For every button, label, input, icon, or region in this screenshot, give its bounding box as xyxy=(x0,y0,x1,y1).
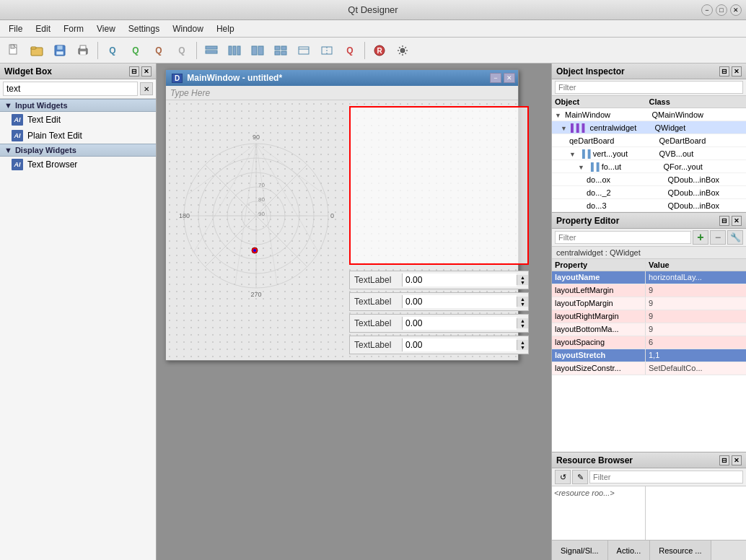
toolbar-qt5[interactable]: Q xyxy=(339,40,361,61)
toolbar-break[interactable] xyxy=(316,40,338,61)
resource-edit-btn[interactable]: ✎ xyxy=(572,470,588,484)
tree-obj-doublebox1: do...ox xyxy=(552,175,665,185)
prop-editor-float-btn[interactable]: ⊟ xyxy=(719,216,729,226)
prop-value-topmargin: 9 xyxy=(646,297,746,310)
toolbar-layout2[interactable] xyxy=(224,40,245,61)
prop-row-topmargin[interactable]: layoutTopMargin 9 xyxy=(552,297,746,310)
tree-row-qedartboard[interactable]: qeDartBoard QeDartBoard xyxy=(552,134,746,147)
widget-item-plain-text-edit[interactable]: AI Plain Text Edit xyxy=(0,128,156,144)
spin-up-2[interactable]: ▲ xyxy=(517,318,528,323)
form-menu-bar[interactable]: Type Here xyxy=(166,86,518,100)
tree-row-forlayout[interactable]: ▼ ▐▐ fo...ut QFor...yout xyxy=(552,160,746,173)
toolbar-settings[interactable] xyxy=(392,40,413,61)
close-button[interactable]: ✕ xyxy=(730,4,742,16)
prop-add-btn[interactable]: + xyxy=(693,230,708,245)
menu-view[interactable]: View xyxy=(91,22,121,35)
prop-row-layoutname[interactable]: layoutName horizontalLay... xyxy=(552,271,746,284)
form-min-btn[interactable]: − xyxy=(490,73,501,83)
toolbar-print[interactable] xyxy=(72,40,94,61)
tree-row-centralwidget[interactable]: ▼ ▌▌▌ centralwidget QWidget xyxy=(552,121,746,134)
resource-browser-float-btn[interactable]: ⊟ xyxy=(719,455,729,465)
inspector-filter-input[interactable] xyxy=(555,81,743,94)
toolbar-qt2[interactable]: Q xyxy=(125,40,146,61)
prop-value-spacing: 6 xyxy=(646,336,746,349)
widget-item-text-browser[interactable]: AI Text Browser xyxy=(0,157,156,172)
inspector-close-btn[interactable]: ✕ xyxy=(732,66,742,76)
prop-row-sizeconstr[interactable]: layoutSizeConstr... SetDefaultCo... xyxy=(552,362,746,375)
menu-help[interactable]: Help xyxy=(211,22,240,35)
toolbar-qt3[interactable]: Q xyxy=(148,40,170,61)
prop-wrench-btn[interactable]: 🔧 xyxy=(727,230,743,245)
widget-box-float[interactable]: ⊟ xyxy=(129,66,139,76)
widget-search-input[interactable] xyxy=(3,82,138,96)
prop-row-spacing[interactable]: layoutSpacing 6 xyxy=(552,336,746,349)
prop-remove-btn[interactable]: − xyxy=(710,230,726,245)
category-display-widgets[interactable]: ▼ Display Widgets xyxy=(0,144,156,157)
resource-filter-input[interactable] xyxy=(589,471,743,484)
spin-input-3[interactable] xyxy=(402,338,517,351)
tree-row-doublebox2[interactable]: do..._2 QDoub...inBox xyxy=(552,186,746,199)
prop-row-bottommargin[interactable]: layoutBottomMa... 9 xyxy=(552,323,746,336)
selection-box[interactable] xyxy=(349,106,529,265)
tree-row-vertlayout[interactable]: ▼ ▐▐ vert...yout QVB...out xyxy=(552,147,746,160)
spin-down-0[interactable]: ▼ xyxy=(517,280,528,285)
spin-input-0[interactable] xyxy=(402,274,517,286)
prop-editor-close-btn[interactable]: ✕ xyxy=(732,216,742,226)
menu-file[interactable]: File xyxy=(3,22,28,35)
prop-name-layoutname: layoutName xyxy=(552,271,646,284)
canvas-area[interactable]: D MainWindow - untitled* − ✕ Type Here xyxy=(157,64,551,560)
prop-row-leftmargin[interactable]: layoutLeftMargin 9 xyxy=(552,284,746,297)
toolbar-resources[interactable]: R xyxy=(369,40,390,61)
tree-row-mainwindow[interactable]: ▼ MainWindow QMainWindow xyxy=(552,108,746,121)
tree-row-doublebox1[interactable]: do...ox QDoub...inBox xyxy=(552,173,746,186)
minimize-button[interactable]: − xyxy=(701,4,713,16)
toolbar-layout3[interactable] xyxy=(247,40,268,61)
inspector-float-btn[interactable]: ⊟ xyxy=(719,66,729,76)
spin-input-2[interactable] xyxy=(402,317,517,330)
spin-down-2[interactable]: ▼ xyxy=(517,323,528,328)
resource-tree-item[interactable]: <resource roo...> xyxy=(554,489,615,497)
maximize-button[interactable]: □ xyxy=(716,4,727,16)
tree-obj-forlayout-label: fo...ut xyxy=(602,162,622,171)
resource-browser-title: Resource Browser xyxy=(556,455,633,465)
object-inspector-section: Object Inspector ⊟ ✕ Object Class ▼ xyxy=(552,64,746,213)
tree-row-doublebox3[interactable]: do...3 QDoub...inBox xyxy=(552,199,746,212)
toolbar-sep-2 xyxy=(196,42,197,59)
tree-icon-centralwidget: ▌▌▌ xyxy=(571,123,587,132)
toolbar-layout1[interactable] xyxy=(201,40,222,61)
prop-row-rightmargin[interactable]: layoutRightMargin 9 xyxy=(552,310,746,323)
resource-browser-close-btn[interactable]: ✕ xyxy=(732,455,742,465)
category-input-widgets[interactable]: ▼ Input Widgets xyxy=(0,99,156,112)
toolbar-qt4[interactable]: Q xyxy=(171,40,193,61)
menu-settings[interactable]: Settings xyxy=(123,22,165,35)
tab-signal-slot[interactable]: Signal/Sl... xyxy=(552,541,608,560)
prop-row-stretch[interactable]: layoutStretch 1,1 xyxy=(552,349,746,362)
widget-box-close[interactable]: ✕ xyxy=(141,66,152,76)
form-content[interactable]: 90 0 270 180 70 80 90 xyxy=(166,100,518,360)
widget-item-text-edit[interactable]: AI Text Edit xyxy=(0,112,156,128)
toolbar-new[interactable] xyxy=(3,40,25,61)
spin-up-0[interactable]: ▲ xyxy=(517,275,528,280)
tab-resource[interactable]: Resource ... xyxy=(650,541,711,560)
spin-input-1[interactable] xyxy=(402,295,517,308)
tab-action[interactable]: Actio... xyxy=(608,541,651,560)
spin-down-3[interactable]: ▼ xyxy=(517,345,528,350)
form-close-btn[interactable]: ✕ xyxy=(504,73,515,83)
spin-up-3[interactable]: ▲ xyxy=(517,340,528,345)
inspector-controls: ⊟ ✕ xyxy=(719,66,742,76)
prop-value-bottommargin: 9 xyxy=(646,323,746,336)
resource-reload-btn[interactable]: ↺ xyxy=(555,470,571,484)
menu-window[interactable]: Window xyxy=(167,22,209,35)
toolbar-qt1[interactable]: Q xyxy=(102,40,123,61)
spin-down-1[interactable]: ▼ xyxy=(517,302,528,307)
toolbar-grid[interactable] xyxy=(270,40,291,61)
widget-search-clear[interactable]: ✕ xyxy=(140,82,153,95)
tree-arrow-vertlayout: ▼ xyxy=(569,151,576,158)
menu-edit[interactable]: Edit xyxy=(30,22,56,35)
prop-filter-input[interactable] xyxy=(555,231,691,244)
menu-form[interactable]: Form xyxy=(58,22,89,35)
spin-up-1[interactable]: ▲ xyxy=(517,297,528,302)
toolbar-open[interactable] xyxy=(26,40,48,61)
toolbar-save[interactable] xyxy=(49,40,71,61)
toolbar-form[interactable] xyxy=(293,40,315,61)
